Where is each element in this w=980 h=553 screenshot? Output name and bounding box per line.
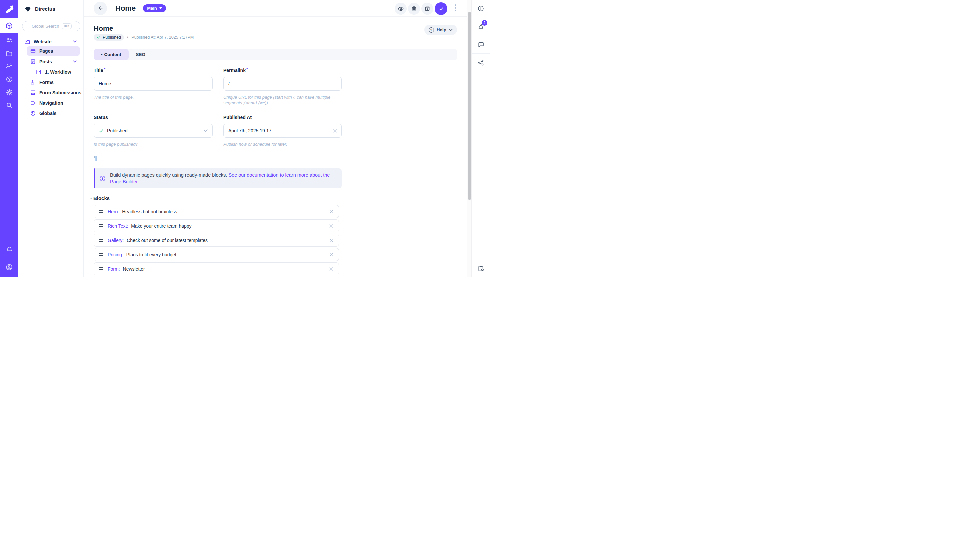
block-type-link[interactable]: Gallery:	[108, 238, 124, 243]
remove-icon[interactable]	[329, 209, 334, 214]
project-fan-icon	[24, 5, 32, 13]
settings-icon[interactable]	[6, 89, 13, 96]
field-label: Title*	[94, 67, 213, 73]
sidebar-item-label: Globals	[39, 111, 56, 116]
notification-count-badge: 2	[482, 20, 487, 25]
status-select[interactable]: Published	[94, 124, 213, 138]
drag-handle-icon[interactable]	[99, 224, 103, 227]
block-type-link[interactable]: Pricing:	[108, 252, 123, 257]
block-type-link[interactable]: Hero:	[108, 209, 119, 215]
sidebar-item-form-submissions[interactable]: Form Submissions	[18, 87, 83, 98]
scrollbar-thumb[interactable]	[468, 12, 471, 200]
field-status: Status Published Is this page published?	[94, 114, 213, 147]
remove-icon[interactable]	[329, 224, 334, 228]
help-label: Help	[437, 27, 446, 32]
block-row-hero[interactable]: Hero: Headless but not brainless	[94, 205, 339, 218]
sidebar-item-workflow[interactable]: 1. Workflow	[18, 67, 83, 77]
block-row-richtext[interactable]: Rich Text: Make your entire team happy	[94, 219, 339, 232]
help-icon[interactable]	[6, 76, 13, 83]
field-published-at: Published At April 7th, 2025 19:17 Publi…	[223, 114, 342, 147]
page-header: Home Main	[84, 0, 467, 17]
pages-icon	[30, 48, 36, 54]
title-input[interactable]	[94, 77, 213, 91]
info-panel-button[interactable]	[472, 0, 490, 17]
info-banner: Build dynamic pages quickly using ready-…	[94, 168, 342, 188]
directus-logo[interactable]	[0, 0, 18, 18]
sidebar-item-pages[interactable]: Pages	[27, 46, 80, 56]
chevron-down-icon	[449, 29, 453, 31]
version-dropdown[interactable]: Main	[143, 4, 166, 12]
drag-handle-icon[interactable]	[99, 253, 103, 256]
delete-button[interactable]	[408, 3, 420, 15]
sidebar-item-label: Pages	[39, 48, 53, 54]
scrollbar-track[interactable]	[467, 0, 472, 276]
share-panel-button[interactable]	[472, 54, 490, 72]
permalink-input[interactable]	[223, 77, 342, 91]
form-grid: Title* The title of this page. Permalink…	[94, 67, 342, 147]
insights-icon[interactable]	[6, 63, 13, 70]
notifications-bell-icon[interactable]	[0, 246, 18, 253]
preview-eye-button[interactable]	[395, 3, 407, 15]
tab-label: Content	[104, 52, 121, 57]
user-avatar-icon[interactable]	[0, 263, 18, 271]
sidebar-item-website[interactable]: Website	[18, 37, 83, 46]
info-icon	[477, 5, 484, 12]
published-at-input[interactable]: April 7th, 2025 19:17	[223, 124, 342, 138]
sidebar-item-navigation[interactable]: Navigation	[18, 98, 83, 108]
remove-icon[interactable]	[329, 267, 334, 271]
sidebar-item-label: 1. Workflow	[45, 69, 71, 75]
chevron-down-icon	[204, 129, 208, 132]
block-title: Plans to fit every budget	[126, 252, 177, 257]
question-icon	[429, 27, 434, 33]
tab-seo[interactable]: SEO	[129, 49, 153, 60]
clear-icon[interactable]	[332, 128, 337, 133]
title-section: Home Published • Published At: Apr 7, 20…	[94, 17, 457, 43]
folder-icon[interactable]	[6, 50, 13, 57]
save-button[interactable]	[435, 2, 447, 15]
help-button[interactable]: Help	[424, 25, 457, 35]
back-button[interactable]	[94, 2, 107, 15]
remove-icon[interactable]	[329, 238, 334, 243]
block-title: Headless but not brainless	[122, 209, 177, 215]
search-icon[interactable]	[6, 102, 13, 109]
block-type-link[interactable]: Form:	[108, 266, 120, 272]
tab-content[interactable]: Content	[94, 49, 129, 60]
nav-list-icon	[30, 100, 36, 106]
main-area: Home Main	[84, 0, 467, 276]
content-area: Home Published • Published At: Apr 7, 20…	[84, 17, 467, 276]
drag-handle-icon[interactable]	[99, 267, 103, 270]
remove-icon[interactable]	[329, 252, 334, 257]
check-icon	[97, 35, 101, 39]
status-badge-label: Published	[103, 35, 121, 40]
sidebar-item-globals[interactable]: Globals	[18, 108, 83, 118]
sidebar-item-posts[interactable]: Posts	[18, 56, 83, 67]
global-search-input[interactable]: Global Search ⌘K	[22, 21, 80, 31]
version-label: Main	[147, 6, 157, 11]
field-label: Published At	[223, 114, 342, 120]
drag-handle-icon[interactable]	[99, 239, 103, 242]
sidebar-item-forms[interactable]: Forms	[18, 77, 83, 87]
notification-triangle-icon: 2	[477, 23, 484, 30]
banner-text: Build dynamic pages quickly using ready-…	[110, 172, 335, 185]
comments-panel-button[interactable]	[472, 35, 490, 54]
users-icon[interactable]	[6, 37, 13, 44]
project-row[interactable]: Directus	[18, 0, 83, 13]
block-row-pricing[interactable]: Pricing: Plans to fit every budget	[94, 248, 339, 261]
archive-button[interactable]	[422, 3, 433, 15]
notifications-panel-button[interactable]: 2	[472, 17, 490, 35]
chevron-down-icon[interactable]	[73, 60, 77, 63]
block-type-link[interactable]: Rich Text:	[108, 223, 128, 229]
block-row-gallery[interactable]: Gallery: Check out some of our latest te…	[94, 234, 339, 247]
chevron-down-icon[interactable]	[73, 40, 77, 43]
block-row-form[interactable]: Form: Newsletter	[94, 262, 339, 275]
revisions-clipboard-icon[interactable]	[472, 265, 490, 272]
module-content-active[interactable]	[0, 18, 18, 33]
directus-app: Directus Global Search ⌘K Website Pages	[0, 0, 490, 276]
field-note: Unique URL for this page (start with /, …	[223, 94, 342, 106]
field-title: Title* The title of this page.	[94, 67, 213, 106]
more-options-button[interactable]	[455, 4, 457, 11]
status-badge: Published	[94, 34, 124, 41]
drag-handle-icon[interactable]	[99, 210, 103, 213]
status-row: Published • Published At: Apr 7, 2025 7:…	[94, 34, 194, 41]
block-title: Check out some of our latest templates	[127, 238, 208, 243]
